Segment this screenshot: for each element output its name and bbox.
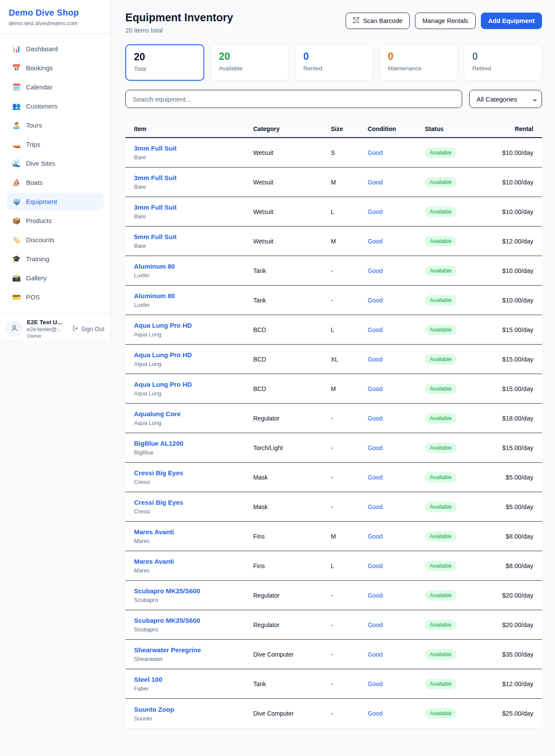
category-cell: Fins xyxy=(253,562,331,569)
sidebar-item-calendar[interactable]: 🗓️Calendar xyxy=(7,78,104,95)
category-cell: Wetsuit xyxy=(253,208,331,215)
condition-link[interactable]: Good xyxy=(368,474,382,481)
sidebar-item-pos[interactable]: 💳POS xyxy=(7,288,104,306)
condition-link[interactable]: Good xyxy=(368,326,382,333)
equipment-name-link[interactable]: 3mm Full Suit xyxy=(134,145,253,152)
equipment-name-link[interactable]: Cressi Big Eyes xyxy=(134,499,253,506)
equipment-brand: Cressi xyxy=(134,508,253,515)
status-badge: Available xyxy=(425,472,457,483)
stat-label: Maintenance xyxy=(388,65,449,72)
condition-link[interactable]: Good xyxy=(368,149,382,156)
status-cell: Available xyxy=(425,354,481,365)
stat-card-retired[interactable]: 0Retired xyxy=(464,44,542,81)
condition-link[interactable]: Good xyxy=(368,356,382,363)
sidebar-item-label: Bookings xyxy=(26,64,53,72)
add-equipment-button[interactable]: Add Equipment xyxy=(481,13,542,29)
search-input[interactable] xyxy=(125,90,462,108)
sidebar-item-dashboard[interactable]: 📊Dashboard xyxy=(7,40,104,57)
size-cell: XL xyxy=(331,356,368,363)
equipment-name-link[interactable]: Aqualung Core xyxy=(134,410,253,417)
equipment-name-link[interactable]: Aluminum 80 xyxy=(134,292,253,299)
equipment-name-link[interactable]: Suunto Zoop xyxy=(134,706,253,713)
condition-link[interactable]: Good xyxy=(368,533,382,540)
sidebar-item-dive-sites[interactable]: 🌊Dive Sites xyxy=(7,154,104,172)
category-cell: Regulator xyxy=(253,621,331,628)
sidebar-item-tours[interactable]: 🏝️Tours xyxy=(7,116,104,134)
sidebar-item-label: Equipment xyxy=(26,198,57,205)
sidebar-item-products[interactable]: 📦Products xyxy=(7,212,104,229)
equipment-name-link[interactable]: Aqua Lung Pro HD xyxy=(134,322,253,329)
equipment-name-link[interactable]: Steel 100 xyxy=(134,676,253,683)
condition-link[interactable]: Good xyxy=(368,503,382,510)
condition-link[interactable]: Good xyxy=(368,267,382,274)
condition-link[interactable]: Good xyxy=(368,238,382,245)
condition-link[interactable]: Good xyxy=(368,297,382,304)
condition-cell: Good xyxy=(368,267,425,274)
condition-link[interactable]: Good xyxy=(368,385,382,392)
equipment-name-link[interactable]: Mares Avanti xyxy=(134,528,253,536)
table-row: Steel 100FaberTank-GoodAvailable$12.00/d… xyxy=(125,669,542,699)
condition-link[interactable]: Good xyxy=(368,651,382,658)
sidebar-item-label: Training xyxy=(26,255,49,263)
table-row: 3mm Full SuitBareWetsuitSGoodAvailable$1… xyxy=(125,138,542,168)
table-header-row: ItemCategorySizeConditionStatusRental xyxy=(125,120,542,138)
status-badge: Available xyxy=(425,502,457,512)
scan-barcode-button[interactable]: Scan Barcode xyxy=(346,13,410,29)
add-equipment-label: Add Equipment xyxy=(488,17,535,24)
table-row: Cressi Big EyesCressiMask-GoodAvailable$… xyxy=(125,492,542,522)
equipment-name-link[interactable]: 3mm Full Suit xyxy=(134,174,253,181)
condition-link[interactable]: Good xyxy=(368,710,382,717)
sidebar-item-training[interactable]: 🎓Training xyxy=(7,250,104,267)
rental-price-cell: $5.00/day xyxy=(481,474,533,481)
status-badge: Available xyxy=(425,561,457,571)
equipment-name-link[interactable]: Cressi Big Eyes xyxy=(134,469,253,477)
condition-cell: Good xyxy=(368,503,425,510)
sidebar-item-bookings[interactable]: 📅Bookings xyxy=(7,59,104,76)
stat-value: 20 xyxy=(134,52,196,62)
condition-link[interactable]: Good xyxy=(368,179,382,186)
sidebar-item-gallery[interactable]: 📸Gallery xyxy=(7,269,104,286)
condition-link[interactable]: Good xyxy=(368,562,382,569)
status-badge: Available xyxy=(425,295,457,306)
stat-card-total[interactable]: 20Total xyxy=(125,44,204,81)
table-row: Mares AvantiMaresFinsLGoodAvailable$8.00… xyxy=(125,551,542,581)
equipment-name-link[interactable]: Scubapro MK25/S600 xyxy=(134,587,253,595)
sidebar-item-boats[interactable]: ⛵Boats xyxy=(7,174,104,191)
table-row: Suunto ZoopSuuntoDive Computer-GoodAvail… xyxy=(125,699,542,728)
condition-link[interactable]: Good xyxy=(368,208,382,215)
condition-link[interactable]: Good xyxy=(368,415,382,422)
avatar xyxy=(6,321,23,337)
equipment-name-link[interactable]: Shearwater Peregrine xyxy=(134,646,253,654)
equipment-name-link[interactable]: Scubapro MK25/S600 xyxy=(134,617,253,624)
condition-link[interactable]: Good xyxy=(368,444,382,451)
equipment-name-link[interactable]: BigBlue AL1200 xyxy=(134,440,253,447)
stat-card-maintenance[interactable]: 0Maintenance xyxy=(379,44,457,81)
equipment-name-link[interactable]: 5mm Full Suit xyxy=(134,233,253,240)
main-content: Equipment Inventory 20 items total xyxy=(111,0,555,742)
condition-link[interactable]: Good xyxy=(368,680,382,687)
stat-card-rented[interactable]: 0Rented xyxy=(295,44,373,81)
status-badge: Available xyxy=(425,266,457,276)
equipment-name-link[interactable]: Aqua Lung Pro HD xyxy=(134,351,253,358)
equipment-name-link[interactable]: Mares Avanti xyxy=(134,558,253,565)
sign-out-button[interactable]: Sign Out xyxy=(72,325,104,333)
category-select[interactable]: All Categories xyxy=(469,90,542,108)
column-header-condition: Condition xyxy=(368,125,425,132)
sidebar-item-customers[interactable]: 👥Customers xyxy=(7,97,104,115)
status-badge: Available xyxy=(425,177,457,187)
condition-link[interactable]: Good xyxy=(368,621,382,628)
item-cell: Mares AvantiMares xyxy=(134,558,253,574)
sidebar-item-trips[interactable]: 🚤Trips xyxy=(7,135,104,153)
equipment-name-link[interactable]: Aqua Lung Pro HD xyxy=(134,381,253,388)
sidebar-item-discounts[interactable]: 🏷️Discounts xyxy=(7,231,104,248)
equipment-name-link[interactable]: 3mm Full Suit xyxy=(134,204,253,211)
sidebar-item-equipment[interactable]: 🤿Equipment xyxy=(7,193,104,210)
status-cell: Available xyxy=(425,531,481,542)
manage-rentals-button[interactable]: Manage Rentals xyxy=(415,13,476,29)
equipment-brand: Faber xyxy=(134,685,253,692)
stat-card-available[interactable]: 20Available xyxy=(211,44,289,81)
item-cell: 3mm Full SuitBare xyxy=(134,204,253,220)
equipment-name-link[interactable]: Aluminum 80 xyxy=(134,263,253,270)
equipment-brand: Cressi xyxy=(134,479,253,485)
condition-link[interactable]: Good xyxy=(368,592,382,599)
